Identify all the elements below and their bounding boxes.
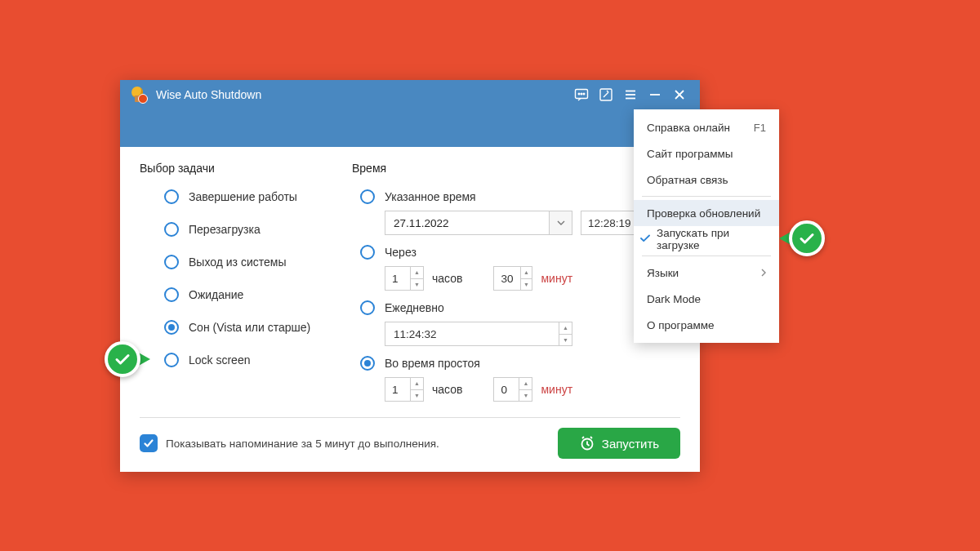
num-value: 1: [385, 384, 410, 396]
task-restart[interactable]: Перезагрузка: [164, 222, 352, 237]
annotation-pointer-run-on-boot: [779, 220, 825, 256]
time-specified-radio[interactable]: Указанное время: [360, 189, 680, 204]
hamburger-menu-icon[interactable]: [618, 82, 643, 107]
spinner-icon[interactable]: ▲▼: [519, 378, 532, 401]
app-icon: [130, 86, 148, 104]
menu-label: О программе: [647, 319, 715, 331]
num-value: 1: [385, 273, 410, 285]
date-picker[interactable]: 27.11.2022: [385, 211, 572, 235]
checkmark-icon: [105, 341, 140, 377]
time-label: Во время простоя: [385, 357, 480, 370]
daily-time-picker[interactable]: 11:24:32 ▲▼: [385, 322, 572, 346]
num-value: 30: [494, 273, 519, 285]
menu-dark-mode[interactable]: Dark Mode: [634, 286, 779, 312]
time-label: Ежедневно: [385, 301, 444, 314]
menu-separator: [642, 256, 771, 256]
time-column: Указанное время 27.11.2022 12:28:19 ▲▼: [352, 189, 680, 412]
menu-label: Запускать при загрузке: [657, 227, 766, 251]
app-window: Wise Auto Shutdown: [120, 80, 700, 472]
svg-point-2: [581, 93, 582, 95]
time-idle-radio[interactable]: Во время простоя: [360, 356, 680, 371]
reminder-checkbox[interactable]: [140, 434, 158, 452]
after-hours-picker[interactable]: 1 ▲▼: [385, 266, 424, 291]
task-lock[interactable]: Lock screen: [164, 353, 352, 367]
date-value: 27.11.2022: [385, 217, 549, 229]
divider: [140, 417, 680, 418]
menu-about[interactable]: О программе: [634, 312, 779, 338]
clock-icon: [579, 435, 595, 451]
chevron-right-icon: [761, 267, 766, 279]
task-label: Перезагрузка: [189, 223, 261, 236]
task-label: Lock screen: [189, 353, 250, 367]
hamburger-dropdown: Справка онлайн F1 Сайт программы Обратна…: [634, 109, 779, 343]
content-area: Выбор задачи Время 27.11.2 Завершение ра…: [120, 147, 700, 472]
annotation-pointer-sleep: [105, 341, 150, 377]
titlebar: Wise Auto Shutdown: [120, 80, 700, 147]
task-logoff[interactable]: Выход из системы: [164, 255, 352, 269]
time-value: 12:28:19: [581, 217, 640, 229]
start-button[interactable]: Запустить: [558, 428, 680, 459]
spinner-icon[interactable]: ▲▼: [559, 322, 572, 345]
task-column: Завершение работы Перезагрузка Выход из …: [140, 189, 352, 412]
time-daily-radio[interactable]: Ежедневно: [360, 300, 680, 315]
start-label: Запустить: [602, 437, 659, 451]
menu-label: Справка онлайн: [647, 122, 730, 134]
menu-languages[interactable]: Языки: [634, 260, 779, 286]
reminder-label: Показывать напоминание за 5 минут до вып…: [166, 438, 550, 450]
task-label: Выход из системы: [189, 256, 286, 269]
time-label: Указанное время: [385, 190, 476, 203]
time-after-radio[interactable]: Через: [360, 245, 680, 260]
task-label: Завершение работы: [189, 190, 297, 203]
header-time: Время: [352, 162, 642, 175]
svg-point-3: [583, 93, 585, 95]
menu-separator: [642, 196, 771, 197]
menu-feedback[interactable]: Обратная связь: [634, 167, 779, 193]
edit-icon[interactable]: [594, 82, 618, 107]
menu-label: Языки: [647, 267, 679, 279]
menu-label: Проверка обновлений: [647, 207, 760, 220]
minutes-unit: минут: [541, 383, 572, 396]
check-icon: [640, 233, 650, 245]
svg-point-1: [578, 93, 580, 95]
menu-site[interactable]: Сайт программы: [634, 140, 779, 167]
app-title: Wise Auto Shutdown: [156, 88, 261, 101]
menu-label: Сайт программы: [647, 148, 733, 160]
checkmark-icon: [789, 220, 825, 256]
hours-unit: часов: [432, 272, 462, 285]
num-value: 0: [494, 384, 519, 396]
idle-minutes-picker[interactable]: 0 ▲▼: [493, 377, 532, 402]
task-shutdown[interactable]: Завершение работы: [164, 189, 352, 204]
menu-label: Dark Mode: [647, 293, 701, 305]
spinner-icon[interactable]: ▲▼: [410, 378, 423, 401]
task-sleep[interactable]: Сон (Vista или старше): [164, 320, 352, 335]
hours-unit: часов: [432, 383, 462, 396]
time-label: Через: [385, 246, 416, 259]
feedback-icon[interactable]: [569, 82, 594, 107]
menu-label: Обратная связь: [647, 174, 728, 186]
spinner-icon[interactable]: ▲▼: [520, 267, 532, 290]
chevron-down-icon[interactable]: [549, 211, 572, 234]
task-label: Сон (Vista или старше): [189, 321, 310, 334]
task-hibernate[interactable]: Ожидание: [164, 287, 352, 302]
menu-shortcut: F1: [754, 122, 766, 134]
time-value: 11:24:32: [385, 328, 559, 340]
minimize-icon[interactable]: [643, 82, 667, 107]
menu-check-updates[interactable]: Проверка обновлений: [634, 200, 779, 226]
header-task: Выбор задачи: [140, 162, 352, 175]
spinner-icon[interactable]: ▲▼: [410, 267, 423, 290]
minutes-unit: минут: [541, 272, 572, 285]
task-label: Ожидание: [189, 288, 243, 301]
menu-run-on-boot[interactable]: Запускать при загрузке: [634, 226, 779, 252]
idle-hours-picker[interactable]: 1 ▲▼: [385, 377, 424, 402]
after-minutes-picker[interactable]: 30 ▲▼: [493, 266, 532, 291]
menu-help-online[interactable]: Справка онлайн F1: [634, 114, 779, 140]
close-icon[interactable]: [667, 82, 692, 107]
